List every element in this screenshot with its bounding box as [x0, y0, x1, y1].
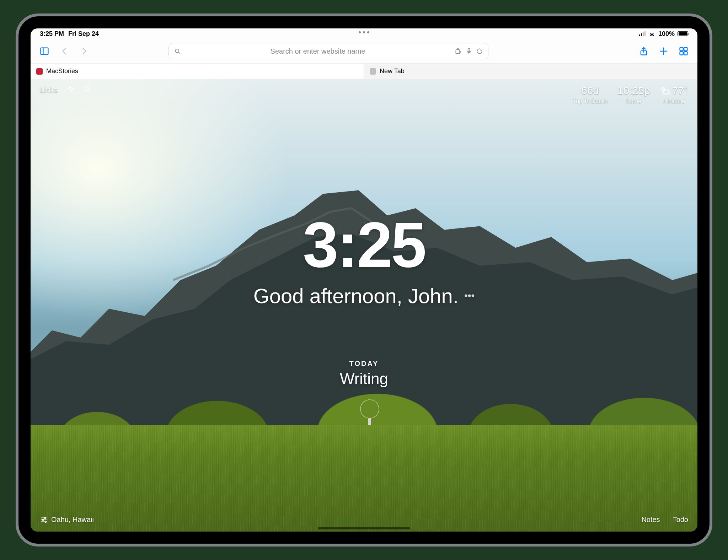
svg-point-1 [175, 49, 179, 53]
share-button[interactable] [637, 44, 651, 58]
extensions-icon[interactable] [455, 48, 462, 55]
wifi-icon [648, 31, 655, 36]
focus-block[interactable]: TODAY Writing [31, 360, 697, 388]
multitask-affordance[interactable] [359, 31, 369, 33]
svg-point-12 [42, 519, 44, 521]
status-date: Fri Sep 24 [68, 30, 99, 38]
weather-temp: 77° [672, 85, 688, 97]
todo-button[interactable]: Todo [673, 516, 688, 524]
safari-tab-bar: MacStories New Tab [31, 63, 697, 79]
weather-widget[interactable]: 77° Hinsdale [660, 85, 688, 104]
svg-rect-2 [456, 50, 460, 54]
ipad-frame: 3:25 PM Fri Sep 24 100% [16, 14, 712, 546]
focus-value: Writing [31, 370, 697, 388]
ipad-screen: 3:25 PM Fri Sep 24 100% [31, 28, 697, 532]
tab-macstories[interactable]: MacStories [31, 64, 364, 79]
weather-location: Hinsdale [660, 98, 688, 104]
svg-rect-7 [680, 52, 683, 55]
world-clock-value: 10:25p [617, 85, 650, 97]
countdown-label: Trip To Dublin [573, 98, 607, 104]
svg-rect-6 [684, 48, 687, 51]
battery-icon [678, 31, 688, 36]
cellular-icon [639, 31, 646, 36]
tab-new[interactable]: New Tab [364, 64, 697, 79]
forward-button[interactable] [77, 44, 91, 58]
svg-point-9 [85, 87, 89, 91]
world-clock-widget[interactable]: 10:25p Rome [617, 85, 650, 104]
notes-button[interactable]: Notes [641, 516, 660, 524]
battery-percent: 100% [658, 30, 675, 38]
svg-rect-3 [468, 49, 470, 52]
activity-icon[interactable] [66, 85, 75, 95]
search-icon [174, 48, 181, 55]
new-tab-button[interactable] [657, 44, 670, 58]
tab-label: New Tab [380, 68, 405, 75]
world-clock-label: Rome [617, 98, 650, 104]
photo-info[interactable]: Oahu, Hawaii [40, 516, 94, 524]
favicon-macstories [36, 68, 43, 75]
search-icon[interactable] [84, 85, 91, 95]
main-clock: 3:25 [31, 212, 697, 276]
home-indicator[interactable] [318, 527, 410, 529]
countdown-value: 66d [573, 85, 607, 97]
greeting-more-icon[interactable]: ••• [464, 290, 475, 301]
links-button[interactable]: Links [40, 85, 58, 95]
center-greeting-block: 3:25 Good afternoon, John. ••• [31, 212, 697, 307]
reload-icon[interactable] [476, 48, 483, 55]
svg-point-11 [44, 517, 46, 518]
safari-url-field[interactable]: Search or enter website name [168, 43, 488, 59]
greeting-text: Good afternoon, John. [253, 284, 459, 307]
back-button[interactable] [58, 44, 71, 58]
svg-rect-0 [41, 48, 48, 55]
focus-label: TODAY [31, 360, 697, 368]
voice-search-icon[interactable] [465, 48, 472, 55]
settings-sliders-icon [40, 516, 48, 524]
svg-rect-8 [684, 52, 687, 55]
favicon-generic [370, 68, 376, 75]
countdown-widget[interactable]: 66d Trip To Dublin [573, 85, 607, 104]
svg-point-13 [45, 521, 47, 522]
safari-toolbar: Search or enter website name [31, 39, 697, 63]
ios-status-bar: 3:25 PM Fri Sep 24 100% [31, 28, 697, 39]
photo-location-text: Oahu, Hawaii [51, 516, 94, 524]
url-placeholder-text: Search or enter website name [184, 47, 451, 55]
svg-rect-5 [680, 48, 683, 51]
tab-overview-button[interactable] [677, 44, 690, 58]
weather-sun-cloud-icon [660, 86, 670, 96]
tab-label: MacStories [46, 68, 78, 75]
page-content: Links 66d Trip To Dublin 10:25p [31, 79, 697, 532]
sidebar-toggle-button[interactable] [38, 44, 51, 58]
status-time: 3:25 PM [40, 30, 64, 38]
